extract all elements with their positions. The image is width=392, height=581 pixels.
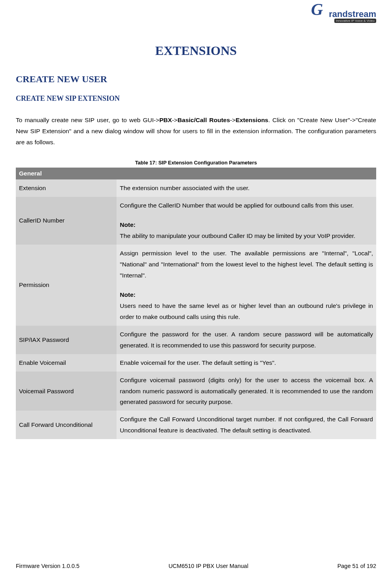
section-heading-create-user: CREATE NEW USER (16, 74, 376, 85)
intro-bold-extensions: Extensions (236, 117, 268, 123)
table-row: CallerID Number Configure the CallerID N… (16, 197, 376, 245)
note-text: Users need to have the same level as or … (120, 302, 373, 320)
param-desc: Enable voicemail for the user. The defau… (117, 354, 376, 372)
note-text: The ability to manipulate your outbound … (120, 232, 355, 239)
param-desc: Configure the CallerID Number that would… (117, 197, 376, 245)
intro-paragraph: To manually create new SIP user, go to w… (16, 115, 376, 148)
logo-symbol: G (311, 0, 323, 19)
table-row: Call Forward Unconditional Configure the… (16, 411, 376, 439)
param-label: Voicemail Password (16, 372, 117, 411)
intro-sep1: -> (172, 117, 177, 123)
intro-pre: To manually create new SIP user, go to w… (16, 117, 159, 123)
param-desc: Configure voicemail password (digits onl… (117, 372, 376, 411)
param-desc: The extension number associated with the… (117, 179, 376, 197)
param-label: Enable Voicemail (16, 354, 117, 372)
param-desc-text: Configure the CallerID Number that would… (120, 202, 354, 209)
table-section-header-row: General (16, 168, 376, 179)
param-label: Extension (16, 179, 117, 197)
intro-sep2: -> (230, 117, 236, 123)
note-label: Note: (120, 289, 373, 300)
table-row: SIP/IAX Password Configure the password … (16, 326, 376, 354)
table-row: Permission Assign permission level to th… (16, 245, 376, 326)
param-desc: Configure the password for the user. A r… (117, 326, 376, 354)
config-table: General Extension The extension number a… (16, 168, 376, 439)
param-desc: Assign permission level to the user. The… (117, 245, 376, 326)
param-label: Call Forward Unconditional (16, 411, 117, 439)
param-label: SIP/IAX Password (16, 326, 117, 354)
logo-tagline: Innovative IP Voice & Video (334, 19, 376, 23)
table-row: Enable Voicemail Enable voicemail for th… (16, 354, 376, 372)
note-label: Note: (120, 219, 373, 230)
logo-brand: randstream (329, 9, 376, 19)
section-heading-create-sip: CREATE NEW SIP EXTENSION (16, 94, 376, 103)
intro-bold-routes: Basic/Call Routes (177, 117, 230, 123)
footer-manual-title: UCM6510 IP PBX User Manual (168, 563, 248, 569)
param-label: CallerID Number (16, 197, 117, 245)
table-caption: Table 17: SIP Extension Configuration Pa… (16, 160, 376, 166)
intro-bold-pbx: PBX (159, 117, 172, 123)
param-desc-text: Assign permission level to the user. The… (120, 250, 373, 279)
table-section-header: General (16, 168, 376, 179)
table-row: Extension The extension number associate… (16, 179, 376, 197)
footer-page-number: Page 51 of 192 (337, 563, 376, 569)
page-title: EXTENSIONS (16, 43, 376, 58)
footer-firmware: Firmware Version 1.0.0.5 (16, 563, 79, 569)
param-label: Permission (16, 245, 117, 326)
table-row: Voicemail Password Configure voicemail p… (16, 372, 376, 411)
param-desc: Configure the Call Forward Unconditional… (117, 411, 376, 439)
brand-logo: G randstream Innovative IP Voice & Video (309, 2, 376, 26)
page-footer: Firmware Version 1.0.0.5 UCM6510 IP PBX … (16, 563, 376, 569)
